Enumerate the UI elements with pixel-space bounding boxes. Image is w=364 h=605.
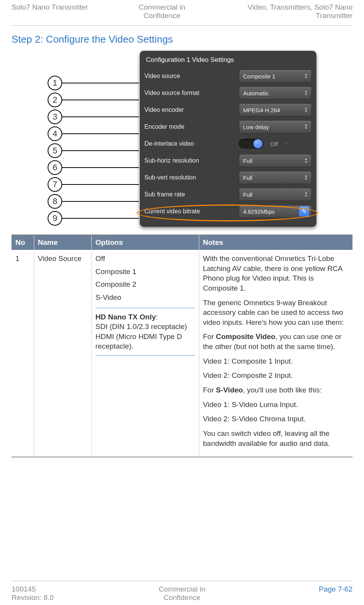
updown-icon: ▲▼ — [304, 192, 308, 197]
note-paragraph: Video 1: Composite 1 Input. — [203, 356, 349, 366]
note-paragraph: For Composite Video, you can use one or … — [203, 332, 349, 351]
note-paragraph: With the conventional Omnetics Tri-Lobe … — [203, 254, 349, 293]
options-table: No Name Options Notes 1 Video Source Off… — [12, 234, 352, 457]
callout-circle: 2 — [48, 93, 62, 107]
setting-label: Video source — [144, 73, 239, 80]
edit-icon[interactable]: ✎ — [299, 206, 309, 216]
footer-center-2: Confidence — [164, 593, 200, 602]
setting-row: Current video bitrate4.6292Mbps✎ — [144, 203, 312, 220]
select-value: Full — [243, 175, 252, 181]
footer-left: 100145 Revision: 8.0 — [12, 585, 125, 602]
callout-line — [62, 116, 139, 117]
setting-row: Sub-horiz resolutionFull▲▼ — [144, 152, 312, 169]
callout-line — [62, 150, 139, 151]
callout-line — [62, 167, 139, 168]
callout: 3 — [48, 108, 139, 125]
cell-notes: With the conventional Omnetics Tri-Lobe … — [199, 250, 352, 457]
callout-circle: 9 — [48, 211, 62, 226]
cell-name: Video Source — [34, 250, 91, 457]
bitrate-field[interactable]: 4.6292Mbps✎ — [239, 205, 312, 218]
settings-figure: 123456789 Configuration 1 Video Settings… — [48, 51, 316, 227]
setting-label: Sub-horiz resolution — [144, 157, 239, 164]
setting-row: Video sourceComposite 1▲▼ — [144, 68, 312, 85]
panel-title: Configuration 1 Video Settings — [144, 54, 312, 68]
setting-row: De-interlace videoOff — [144, 135, 312, 152]
th-notes: Notes — [199, 235, 352, 250]
setting-select[interactable]: Composite 1▲▼ — [239, 70, 312, 83]
note-paragraph: You can switch video off, leaving all th… — [203, 429, 349, 448]
toggle-knob[interactable] — [253, 139, 263, 148]
header-left: Solo7 Nano Transmitter — [12, 3, 112, 20]
setting-select[interactable]: Full▲▼ — [239, 171, 312, 184]
updown-icon: ▲▼ — [304, 175, 308, 180]
setting-select[interactable]: Low delay▲▼ — [239, 120, 312, 133]
setting-row: Encoder modeLow delay▲▼ — [144, 118, 312, 135]
select-value: Automatic — [243, 90, 269, 96]
callout-circle: 8 — [48, 194, 62, 209]
header-center-1: Commercial in — [139, 3, 185, 11]
callout-line — [62, 100, 139, 100]
option-item: Composite 1 — [96, 267, 195, 277]
setting-label: Current video bitrate — [144, 208, 239, 215]
setting-select[interactable]: MPEG4 H.264▲▼ — [239, 103, 312, 116]
callout: 7 — [48, 176, 139, 193]
select-value: Full — [243, 158, 252, 164]
callout: 9 — [48, 210, 139, 227]
option-item: Off — [96, 254, 195, 264]
setting-row: Sub-vert resolutionFull▲▼ — [144, 169, 312, 186]
select-value: Low delay — [243, 124, 269, 130]
callout-circle: 5 — [48, 143, 62, 158]
footer-revision: Revision: 8.0 — [12, 593, 54, 602]
page-footer: 100145 Revision: 8.0 Commercial in Confi… — [12, 581, 352, 602]
cell-no: 1 — [12, 250, 34, 457]
setting-label: Video encoder — [144, 106, 239, 113]
callout-circle: 3 — [48, 110, 62, 124]
updown-icon: ▲▼ — [304, 73, 308, 79]
deinterlace-toggle[interactable]: Off — [239, 139, 312, 149]
setting-label: Encoder mode — [144, 123, 239, 130]
callout-line — [62, 201, 139, 202]
callout-circle: 4 — [48, 126, 62, 141]
header-right-1: Video, Transmitters, Solo7 Nano — [248, 3, 352, 11]
option-item: SDI (DIN 1.0/2.3 receptacle) — [96, 322, 195, 332]
setting-row: Video encoderMPEG4 H.264▲▼ — [144, 101, 312, 118]
page-header: Solo7 Nano Transmitter Commercial in Con… — [12, 3, 352, 26]
callout-line — [62, 83, 139, 83]
callout-line — [62, 218, 139, 219]
setting-label: De-interlace video — [144, 140, 239, 147]
select-value: Full — [243, 191, 252, 198]
callout-line — [62, 133, 139, 134]
step-title: Step 2: Configure the Video Settings — [12, 33, 352, 45]
hd-title: HD Nano TX Only — [96, 313, 156, 321]
callout-column: 123456789 — [48, 75, 139, 227]
updown-icon: ▲▼ — [304, 158, 308, 163]
setting-select[interactable]: Full▲▼ — [239, 188, 312, 201]
option-item: HDMI (Micro HDMI Type D receptacle). — [96, 332, 195, 351]
bitrate-value: 4.6292Mbps — [243, 208, 275, 215]
setting-label: Video source format — [144, 90, 239, 96]
setting-select[interactable]: Automatic▲▼ — [239, 86, 312, 100]
note-paragraph: Video 2: S-Video Chroma Input. — [203, 414, 349, 424]
setting-select[interactable]: Full▲▼ — [239, 154, 312, 167]
toggle-state: Off — [270, 141, 278, 147]
setting-row: Video source formatAutomatic▲▼ — [144, 85, 312, 101]
option-item: Composite 2 — [96, 279, 195, 289]
toggle-track[interactable] — [239, 139, 263, 149]
settings-panel: Configuration 1 Video Settings Video sou… — [140, 51, 316, 227]
callout: 6 — [48, 159, 139, 176]
option-item: S-Video — [96, 293, 195, 302]
header-center: Commercial in Confidence — [112, 3, 212, 20]
header-right-2: Transmitter — [316, 12, 352, 20]
callout: 1 — [48, 75, 139, 91]
note-paragraph: The generic Omnetics 9-way Breakout acce… — [203, 298, 349, 327]
th-options: Options — [91, 235, 199, 250]
callout-line — [62, 184, 139, 185]
footer-page: Page 7-62 — [239, 585, 352, 602]
header-right: Video, Transmitters, Solo7 Nano Transmit… — [212, 3, 352, 20]
updown-icon: ▲▼ — [304, 90, 308, 96]
updown-icon: ▲▼ — [304, 124, 308, 130]
note-paragraph: Video 1: S-Video Luma Input. — [203, 400, 349, 410]
callout-circle: 6 — [48, 160, 62, 175]
callout: 2 — [48, 91, 139, 108]
select-value: Composite 1 — [243, 73, 275, 80]
